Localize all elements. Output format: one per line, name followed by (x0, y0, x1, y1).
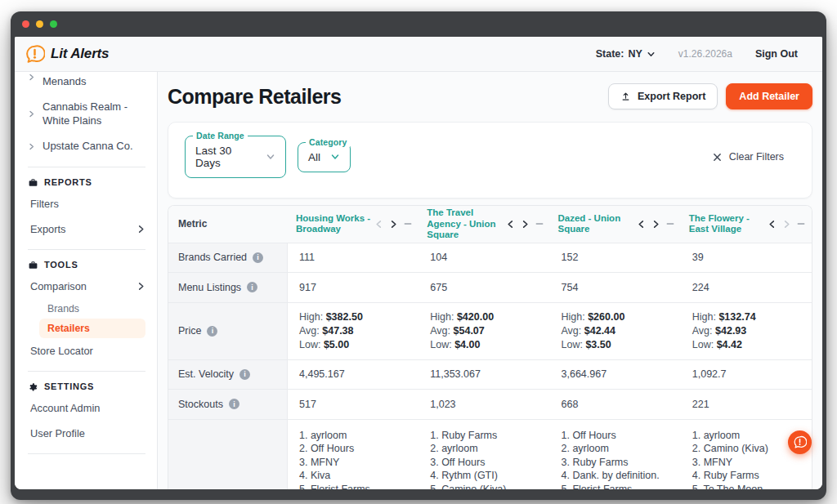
info-icon[interactable]: i (229, 399, 239, 409)
add-retailer-button[interactable]: Add Retailer (726, 83, 812, 109)
top-brands-list: 1. Off Hours 2. ayrloom 3. Ruby Farms 4.… (562, 421, 660, 489)
export-icon (620, 91, 631, 102)
sign-out-button[interactable]: Sign Out (755, 48, 798, 60)
info-icon[interactable]: i (247, 282, 257, 292)
date-range-value: Last 30 Days (195, 145, 256, 169)
alert-bubble-icon (793, 435, 807, 449)
metric-label: Brands Carried (178, 252, 247, 263)
metric-value: 152 (550, 243, 681, 272)
info-icon[interactable]: i (253, 252, 263, 263)
retailer-name-link[interactable]: The Flowery - East Village (689, 213, 765, 235)
chevron-down-icon (330, 152, 340, 162)
main-content: Compare Retailers Export Report Add Reta… (158, 72, 822, 489)
date-range-select[interactable]: Date Range Last 30 Days (185, 136, 286, 178)
export-report-button[interactable]: Export Report (608, 83, 718, 109)
tools-section-header: TOOLS (28, 260, 145, 270)
move-column-left-icon[interactable] (637, 220, 646, 229)
sidebar-retailer-menands[interactable]: Menands (28, 74, 145, 95)
table-row-brands-carried: Brands Carriedi 111 104 152 39 (168, 243, 812, 273)
sidebar-item-store-locator[interactable]: Store Locator (28, 338, 145, 364)
sidebar-item-brands[interactable]: Brands (39, 299, 145, 319)
brand-logo[interactable]: Lit Alerts (25, 44, 109, 65)
window-titlebar (11, 11, 826, 37)
retailer-column-header: Dazed - Union Square (550, 206, 681, 243)
sidebar-item-retailers[interactable]: Retailers (39, 319, 145, 338)
state-selector[interactable]: State: NY (596, 48, 656, 60)
retailer-column-header: The Flowery - East Village (681, 206, 812, 243)
move-column-right-icon[interactable] (389, 220, 398, 229)
brand-name: Lit Alerts (51, 46, 109, 62)
sidebar-item-user-profile[interactable]: User Profile (28, 421, 145, 446)
chevron-down-icon (647, 50, 656, 59)
metric-value: 111 (288, 243, 418, 272)
info-icon[interactable]: i (207, 326, 217, 337)
metric-value: 668 (550, 390, 681, 419)
sidebar-item-filters[interactable]: Filters (28, 191, 145, 216)
move-column-right-icon[interactable] (782, 220, 791, 229)
metric-value: 1,092.7 (681, 360, 812, 389)
minimize-window-button[interactable] (36, 20, 43, 28)
info-icon[interactable]: i (239, 369, 250, 380)
table-header-row: Metric Housing Works - Broadway The Trav… (168, 206, 812, 243)
retailer-name-link[interactable]: Dazed - Union Square (558, 213, 634, 235)
metric-label: Menu Listings (178, 282, 241, 293)
chevron-right-icon (137, 282, 145, 291)
close-icon (713, 153, 722, 162)
metric-value: 754 (550, 273, 681, 302)
app-window: Lit Alerts State: NY v1.26.2026a Sign Ou… (11, 11, 826, 500)
metric-value: 917 (288, 273, 418, 302)
metric-value: 221 (681, 390, 812, 419)
metric-value: 104 (418, 243, 549, 272)
divider (28, 453, 145, 454)
sidebar-retailer-cannabis-realm[interactable]: Cannabis Realm - White Plains (28, 95, 145, 134)
metric-value: 517 (288, 390, 418, 419)
metric-label: Est. Velocity (178, 368, 234, 380)
metric-label: Price (178, 325, 201, 337)
clear-filters-button[interactable]: Clear Filters (713, 151, 795, 163)
move-column-left-icon[interactable] (374, 220, 383, 229)
retailer-column-header: Housing Works - Broadway (288, 206, 418, 243)
remove-column-icon[interactable] (404, 220, 412, 228)
category-select[interactable]: Category All (298, 142, 351, 172)
sidebar-item-label: Menands (43, 75, 86, 89)
help-fab-button[interactable] (788, 430, 812, 454)
sidebar-retailer-upstate-canna[interactable]: Upstate Canna Co. (28, 134, 145, 159)
remove-column-icon[interactable] (535, 220, 544, 228)
alert-bubble-icon (25, 44, 45, 65)
move-column-left-icon[interactable] (506, 220, 515, 229)
zoom-window-button[interactable] (50, 20, 57, 28)
remove-column-icon[interactable] (666, 220, 674, 228)
briefcase-icon (28, 177, 38, 188)
top-navbar: Lit Alerts State: NY v1.26.2026a Sign Ou… (15, 37, 822, 72)
table-row-est-velocity: Est. Velocityi 4,495.167 11,353.067 3,66… (168, 360, 812, 390)
category-value: All (308, 151, 320, 163)
metric-value: 4,495.167 (288, 360, 418, 389)
top-brands-list: 1. ayrloom 2. Camino (Kiva) 3. MFNY 4. R… (692, 421, 768, 489)
sidebar-item-account-admin[interactable]: Account Admin (28, 395, 145, 421)
metric-label: Stockouts (178, 399, 223, 410)
remove-column-icon[interactable] (797, 220, 805, 228)
retailer-name-link[interactable]: The Travel Agency - Union Square (427, 207, 503, 241)
metric-column-header: Metric (168, 206, 288, 243)
sidebar-item-exports[interactable]: Exports (28, 216, 145, 242)
move-column-right-icon[interactable] (651, 220, 660, 229)
settings-section-header: SETTINGS (28, 381, 145, 392)
move-column-right-icon[interactable] (521, 220, 530, 229)
divider (28, 249, 145, 250)
table-row-price: Pricei High: $382.50 Avg: $47.38 Low: $5… (168, 303, 812, 360)
app-version: v1.26.2026a (678, 48, 732, 60)
move-column-left-icon[interactable] (768, 220, 777, 229)
top-brands-list: 1. ayrloom 2. Off Hours 3. MFNY 4. Kiva … (299, 421, 397, 489)
chevron-right-icon (28, 74, 35, 81)
state-value: NY (628, 48, 642, 60)
metric-value: 11,353.067 (418, 360, 549, 389)
category-label: Category (306, 137, 350, 147)
metric-value: 39 (681, 243, 812, 272)
retailer-name-link[interactable]: Housing Works - Broadway (296, 213, 372, 235)
close-window-button[interactable] (22, 20, 29, 28)
briefcase-icon (28, 260, 38, 270)
filter-bar: Date Range Last 30 Days Category All Cle… (168, 122, 812, 198)
sidebar-item-comparison[interactable]: Comparison (28, 274, 145, 299)
app-content: Lit Alerts State: NY v1.26.2026a Sign Ou… (15, 37, 822, 489)
table-row-top-brands: Top Brandsi 1. ayrloom 2. Off Hours 3. M… (168, 420, 812, 489)
